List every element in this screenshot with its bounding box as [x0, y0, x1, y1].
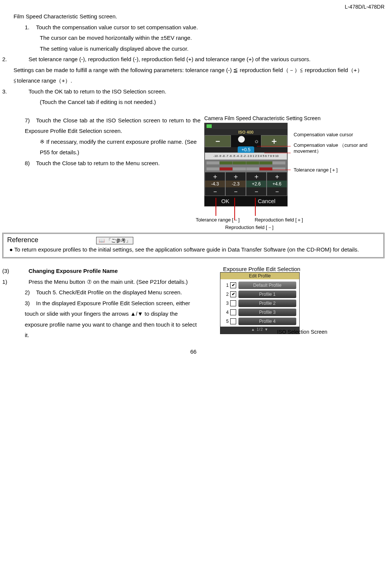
s3-2: Touch 5. Check/Edit Profile on the displ…	[36, 289, 182, 295]
scale-ruler: -10 -9 -8 -7 -6 -5 -4 -3 -2 -1 0 1 2 3 4…	[205, 153, 287, 160]
top-line: Film Speed Characteristic Setting screen…	[14, 11, 384, 22]
q4-plus[interactable]: ＋	[267, 172, 287, 181]
p4-btn[interactable]: Profile 3	[238, 309, 296, 316]
gosanko-badge: 📖 「ご参考」	[96, 237, 133, 244]
step1-a: Touch the compensation value cursor to s…	[36, 24, 198, 30]
p4-num: 4	[223, 310, 229, 315]
ref-text: ● To return exposure profiles to the ini…	[9, 244, 380, 255]
step7-a: Touch the Close tab at the ISO Selection…	[25, 117, 201, 134]
step3-b: (Touch the Cancel tab if editing is not …	[40, 97, 384, 108]
step1-num: 1.	[25, 22, 36, 33]
sec3-num: (3)	[2, 266, 29, 277]
bar-row-1	[205, 160, 287, 166]
p3-chk[interactable]	[230, 300, 236, 306]
ok-button[interactable]: OK	[205, 196, 246, 206]
ann-tol-minus: Tolerance range [－]	[196, 217, 240, 223]
step8-a: Touch the Close tab to return to the Men…	[36, 160, 160, 166]
edit-header: Edit Profile	[220, 273, 299, 279]
step2-b: Settings can be made to fulfill a range …	[14, 65, 384, 86]
edit-screen: Edit Profile 1✔Default Profile 2✔Profile…	[220, 272, 300, 334]
p1-btn[interactable]: Default Profile	[238, 282, 296, 289]
step2-num: 2.	[2, 54, 29, 65]
ann-comp-value: Compensation value （cursor and movement）	[294, 142, 376, 155]
p3-btn[interactable]: Profile 2	[238, 300, 296, 307]
device-screen: ISO 400 － ☼ ＋ +0.5 -10 -9 -8 -7 -6 -5 -4…	[204, 123, 288, 206]
p1-chk[interactable]: ✔	[230, 282, 236, 288]
q3-minus[interactable]: －	[246, 187, 266, 196]
iso-caption: ISO Selection Screen	[220, 329, 384, 335]
page-number: 66	[2, 348, 384, 355]
p5-btn[interactable]: Profile 4	[238, 318, 296, 325]
battery-icon	[206, 124, 212, 128]
header-model: L-478D/L-478DR	[2, 4, 384, 10]
p1-num: 1	[223, 283, 229, 288]
screen-title: Camera Film Speed Characteristic Setting…	[204, 115, 384, 121]
p4-chk[interactable]	[230, 309, 236, 315]
step8-num: 8)	[25, 158, 36, 169]
s3-1-num: 1)	[2, 277, 29, 288]
ref-title: Reference	[7, 236, 38, 244]
q1-val: -4.3	[205, 181, 225, 187]
q2-val: -2.3	[226, 181, 246, 187]
p2-btn[interactable]: Profile 1	[238, 291, 296, 298]
s3-3-num: 3)	[25, 298, 36, 309]
bar-row-2	[205, 166, 287, 172]
p2-num: 2	[223, 292, 229, 297]
ann-rep-plus: Reproduction field [＋]	[255, 217, 303, 223]
minus-button[interactable]: －	[205, 136, 231, 147]
step7-b: ※ If necessary, modify the current expos…	[40, 137, 201, 158]
p3-num: 3	[223, 301, 229, 306]
step1-b: The cursor can be moved horizontally wit…	[40, 33, 384, 44]
q1-minus[interactable]: －	[205, 187, 225, 196]
step3-num: 3.	[2, 86, 29, 97]
p5-chk[interactable]	[230, 318, 236, 324]
ann-tol-plus: Tolerance range [＋]	[294, 167, 338, 173]
s3-1: Press the Menu button ⑦ on the main unit…	[29, 279, 188, 285]
sec3-title: Changing Exposure Profile Name	[29, 268, 118, 274]
q3-plus[interactable]: ＋	[246, 172, 266, 181]
q1-plus[interactable]: ＋	[205, 172, 225, 181]
q4-minus[interactable]: －	[267, 187, 287, 196]
q2-minus[interactable]: －	[226, 187, 246, 196]
s3-2-num: 2)	[25, 287, 36, 298]
q3-val: +2.6	[246, 181, 266, 187]
s3-3: In the displayed Exposure Profile Edit S…	[25, 300, 197, 339]
iso-label: ISO 400	[205, 129, 287, 135]
cancel-button[interactable]: Cancel	[246, 196, 287, 206]
comp-value-pill[interactable]: +0.5	[238, 146, 254, 153]
step7-num: 7)	[25, 115, 36, 126]
ann-rep-minus: Reproduction field [－]	[225, 224, 274, 230]
reference-box: Reference 📖 「ご参考」 ● To return exposure p…	[2, 233, 384, 259]
step2-a: Set tolerance range (-), reproduction fi…	[29, 56, 311, 62]
p2-chk[interactable]: ✔	[230, 291, 236, 297]
p5-num: 5	[223, 319, 229, 324]
step3-a: Touch the OK tab to return to the ISO Se…	[29, 88, 166, 95]
step1-c: The setting value is numerically display…	[40, 44, 384, 54]
q4-val: +4.6	[267, 181, 287, 187]
edit-title: Exposure Profile Edit Selection	[223, 266, 384, 272]
plus-button[interactable]: ＋	[261, 136, 287, 147]
sun-icon: ☼	[252, 135, 261, 147]
dome-icon	[238, 136, 245, 143]
ann-comp-cursor: Compensation value cursor	[294, 132, 353, 138]
q2-plus[interactable]: ＋	[226, 172, 246, 181]
